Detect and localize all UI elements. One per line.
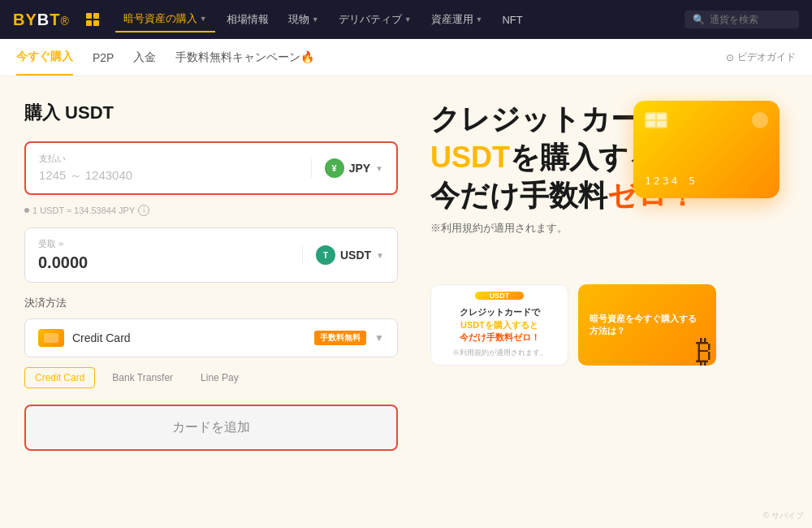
subnav-item-campaign[interactable]: 手数料無料キャンペーン🔥: [175, 41, 314, 75]
subnav-item-p2p[interactable]: P2P: [93, 41, 114, 74]
payment-input-value[interactable]: 1245 ～ 1243040: [39, 168, 311, 184]
receive-inner: 受取 ≈ 0.0000: [38, 238, 88, 272]
rate-dot: [24, 208, 29, 213]
promo-usdt-highlight: USDT: [430, 141, 510, 174]
currency-label: JPY: [349, 162, 370, 175]
jpy-currency-icon: ¥: [325, 158, 344, 178]
nav-items: 暗号資産の購入 ▼ 相場情報 現物 ▼ デリバティブ ▼ 資産運用 ▼ NFT: [115, 6, 531, 32]
logo-reg: ®: [60, 15, 69, 28]
subnav-item-buy-now[interactable]: 今すぐ購入: [16, 40, 73, 76]
info-icon: i: [138, 205, 149, 216]
subnav-item-deposit[interactable]: 入金: [133, 41, 156, 75]
logo-b: B: [37, 11, 50, 28]
promo-panel: クレジットカードで USDTを購入すると 今だけ手数料ゼロ！ ※利用規約が適用さ…: [422, 76, 812, 528]
usdt-label: USDT: [340, 249, 371, 262]
chevron-down-icon: ▼: [375, 164, 383, 173]
chevron-down-icon: ▼: [376, 251, 384, 260]
promo-card-white[interactable]: USDT クレジットカードで USDTを購入すると 今だけ手数料ゼロ！ ※利用規…: [430, 284, 568, 366]
form-title: 購入 USDT: [24, 101, 398, 125]
payment-tabs: Credit Card Bank Transfer Line Pay: [24, 367, 398, 388]
promo-card-orange[interactable]: 暗号資産を今すぐ購入する方法は？ ₿: [578, 284, 716, 366]
receive-label-text: 受取 ≈: [38, 238, 88, 250]
payment-input-group: 支払い 1245 ～ 1243040 ¥ JPY ▼: [24, 141, 398, 195]
main-content: 購入 USDT 支払い 1245 ～ 1243040 ¥ JPY ▼ 1 USD…: [0, 76, 812, 528]
payment-label-text: 支払い: [39, 153, 311, 165]
receive-value[interactable]: 0.0000: [38, 253, 88, 272]
mini-card-icon: USDT: [475, 292, 524, 300]
nav-item-earn[interactable]: 資産運用 ▼: [423, 7, 491, 32]
nav-item-spot[interactable]: 現物 ▼: [280, 7, 327, 32]
search-bar[interactable]: 🔍: [685, 11, 799, 28]
nav-item-derivatives[interactable]: デリバティブ ▼: [330, 7, 420, 32]
chevron-down-icon: ▼: [374, 332, 384, 344]
payment-input-inner: 支払い 1245 ～ 1243040: [39, 153, 311, 184]
payment-method-dropdown[interactable]: Credit Card 手数料無料 ▼: [24, 318, 398, 357]
credit-card-icon: [38, 329, 64, 347]
search-input[interactable]: [710, 14, 791, 25]
logo[interactable]: BYBT®: [13, 11, 70, 29]
promo-disclaimer: ※利用規約が適用されます。: [430, 221, 796, 236]
payment-method-name: Credit Card: [72, 331, 306, 344]
copyright-text: © サバイブ: [763, 510, 804, 522]
chevron-down-icon: ▼: [404, 15, 412, 24]
card-top: [645, 112, 768, 128]
card-number: 1234 5: [645, 175, 768, 187]
bitcoin-icon: ₿: [696, 333, 712, 366]
nav-item-market[interactable]: 相場情報: [218, 7, 277, 32]
sub-navigation: 今すぐ購入 P2P 入金 手数料無料キャンペーン🔥 ⊙ ビデオガイド: [0, 39, 812, 76]
promo-card1-text: クレジットカードで USDTを購入すると 今だけ手数料ゼロ！: [460, 306, 540, 344]
top-navigation: BYBT® 暗号資産の購入 ▼ 相場情報 現物 ▼ デリバティブ ▼ 資産運用 …: [0, 0, 812, 39]
credit-card-visual: 1234 5: [633, 101, 780, 198]
apps-icon[interactable]: [86, 13, 99, 26]
exchange-rate-info: 1 USDT ≈ 134.53844 JPY i: [24, 205, 398, 216]
logo-t: T: [50, 11, 60, 28]
currency-selector[interactable]: ¥ JPY ▼: [311, 158, 383, 178]
video-icon: ⊙: [726, 52, 734, 63]
nav-item-buy[interactable]: 暗号資産の購入 ▼: [115, 6, 215, 32]
search-icon: 🔍: [693, 14, 705, 25]
add-card-button[interactable]: カードを追加: [24, 405, 398, 451]
card-logo-circle: [752, 112, 768, 128]
free-badge: 手数料無料: [314, 331, 366, 345]
orange-card-title: 暗号資産を今すぐ購入する方法は？: [590, 313, 705, 338]
chevron-down-icon: ▼: [476, 15, 483, 24]
promo-card1-sub: ※利用規約が適用されます。: [452, 348, 547, 358]
tab-credit-card[interactable]: Credit Card: [24, 367, 95, 388]
logo-by: BY: [13, 11, 37, 28]
card-chip: [645, 112, 667, 128]
receive-group: 受取 ≈ 0.0000 T USDT ▼: [24, 227, 398, 283]
chevron-down-icon: ▼: [312, 15, 319, 24]
usdt-icon: T: [316, 245, 335, 265]
video-guide-link[interactable]: ⊙ ビデオガイド: [726, 50, 796, 64]
tab-bank-transfer[interactable]: Bank Transfer: [102, 367, 184, 388]
usdt-selector[interactable]: T USDT ▼: [302, 245, 384, 265]
payment-method-label: 決済方法: [24, 296, 398, 310]
buy-form-panel: 購入 USDT 支払い 1245 ～ 1243040 ¥ JPY ▼ 1 USD…: [0, 76, 422, 528]
promo-text-area: クレジットカードで USDTを購入すると 今だけ手数料ゼロ！ ※利用規約が適用さ…: [430, 101, 796, 263]
credit-card-icon-inner: [44, 333, 58, 343]
tab-line-pay[interactable]: Line Pay: [190, 367, 249, 388]
nav-item-nft[interactable]: NFT: [494, 9, 530, 31]
chevron-down-icon: ▼: [200, 15, 207, 23]
promo-cards-row: USDT クレジットカードで USDTを購入すると 今だけ手数料ゼロ！ ※利用規…: [430, 284, 796, 366]
